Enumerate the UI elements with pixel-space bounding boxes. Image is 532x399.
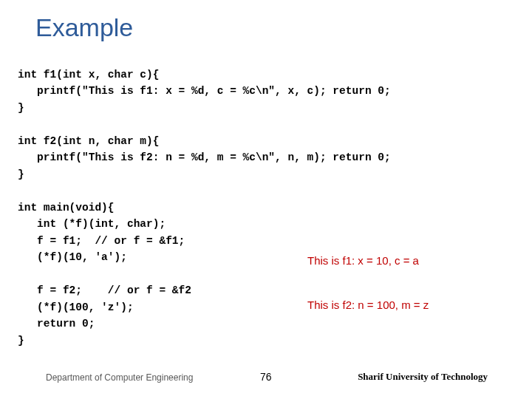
footer-department: Department of Computer Engineering <box>46 372 193 383</box>
program-output-1: This is f1: x = 10, c = a <box>307 254 419 267</box>
slide-title: Example <box>35 13 133 42</box>
page-number: 76 <box>260 371 272 383</box>
footer-university: Sharif University of Technology <box>358 371 488 383</box>
program-output-2: This is f2: n = 100, m = z <box>307 299 429 311</box>
